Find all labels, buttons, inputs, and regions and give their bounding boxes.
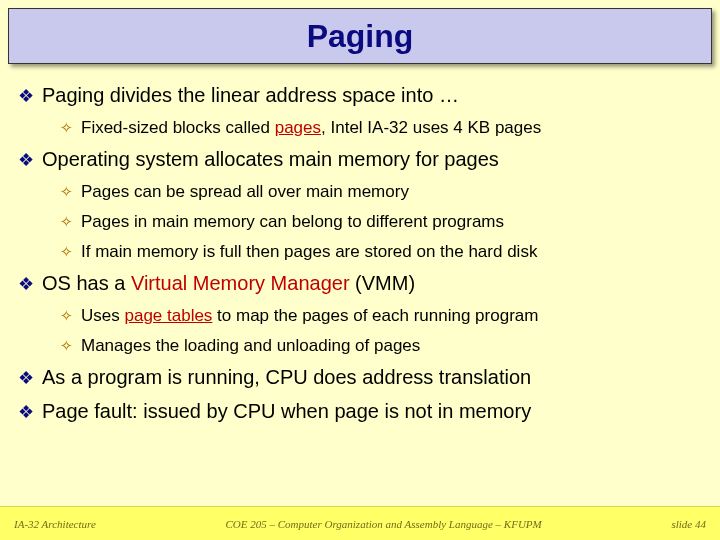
- sub-bullet-icon: ✧: [60, 306, 73, 326]
- footer-center: COE 205 – Computer Organization and Asse…: [96, 518, 672, 530]
- emphasis-pages: pages: [275, 118, 321, 137]
- footer-right: slide 44: [671, 518, 706, 530]
- bullet-2-sub-2: ✧ Pages in main memory can belong to dif…: [60, 212, 702, 232]
- bullet-3: ❖ OS has a Virtual Memory Manager (VMM): [18, 272, 702, 296]
- bullet-text: Pages can be spread all over main memory: [81, 182, 409, 202]
- emphasis-vmm: Virtual Memory Manager: [131, 272, 350, 294]
- bullet-text: As a program is running, CPU does addres…: [42, 366, 531, 389]
- bullet-3-sub-2: ✧ Manages the loading and unloading of p…: [60, 336, 702, 356]
- bullet-text: Paging divides the linear address space …: [42, 84, 459, 107]
- sub-bullet-icon: ✧: [60, 336, 73, 356]
- bullet-text: Operating system allocates main memory f…: [42, 148, 499, 171]
- slide: Paging ❖ Paging divides the linear addre…: [0, 0, 720, 540]
- bullet-text: Page fault: issued by CPU when page is n…: [42, 400, 531, 423]
- bullet-4: ❖ As a program is running, CPU does addr…: [18, 366, 702, 390]
- bullet-5: ❖ Page fault: issued by CPU when page is…: [18, 400, 702, 424]
- slide-footer: IA-32 Architecture COE 205 – Computer Or…: [0, 506, 720, 540]
- bullet-1-sub-1: ✧ Fixed-sized blocks called pages, Intel…: [60, 118, 702, 138]
- bullet-2-sub-1: ✧ Pages can be spread all over main memo…: [60, 182, 702, 202]
- sub-bullet-icon: ✧: [60, 212, 73, 232]
- diamond-icon: ❖: [18, 84, 34, 108]
- sub-bullet-icon: ✧: [60, 182, 73, 202]
- bullet-text: OS has a Virtual Memory Manager (VMM): [42, 272, 415, 295]
- footer-left: IA-32 Architecture: [14, 518, 96, 530]
- title-bar: Paging: [8, 8, 712, 64]
- diamond-icon: ❖: [18, 272, 34, 296]
- diamond-icon: ❖: [18, 148, 34, 172]
- slide-title: Paging: [307, 18, 414, 55]
- sub-bullet-icon: ✧: [60, 242, 73, 262]
- bullet-text: Manages the loading and unloading of pag…: [81, 336, 420, 356]
- slide-content: ❖ Paging divides the linear address spac…: [0, 64, 720, 506]
- diamond-icon: ❖: [18, 400, 34, 424]
- bullet-2-sub-3: ✧ If main memory is full then pages are …: [60, 242, 702, 262]
- bullet-3-sub-1: ✧ Uses page tables to map the pages of e…: [60, 306, 702, 326]
- bullet-text: Uses page tables to map the pages of eac…: [81, 306, 538, 326]
- bullet-text: Fixed-sized blocks called pages, Intel I…: [81, 118, 541, 138]
- diamond-icon: ❖: [18, 366, 34, 390]
- bullet-text: Pages in main memory can belong to diffe…: [81, 212, 504, 232]
- sub-bullet-icon: ✧: [60, 118, 73, 138]
- bullet-text: If main memory is full then pages are st…: [81, 242, 537, 262]
- bullet-1: ❖ Paging divides the linear address spac…: [18, 84, 702, 108]
- bullet-2: ❖ Operating system allocates main memory…: [18, 148, 702, 172]
- emphasis-page-tables: page tables: [124, 306, 212, 325]
